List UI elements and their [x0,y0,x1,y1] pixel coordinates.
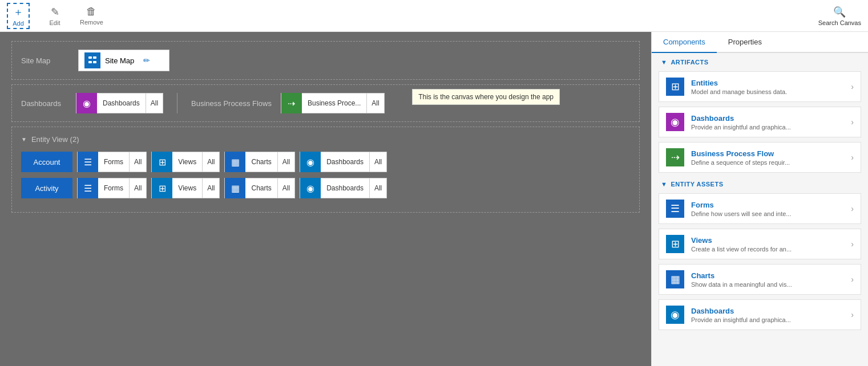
edit-button[interactable]: ✎ Edit [43,6,66,26]
panel-bpf-content: Business Process Flow Define a sequence … [691,149,844,166]
add-button[interactable]: ＋ Add [7,3,30,29]
account-dashboards-text: Dashboards [321,158,369,166]
main-content: This is the canvas where you design the … [0,32,868,366]
sitemap-icon [84,52,100,68]
account-row: Account ☰ Forms All ⊞ Views All ▦ Charts… [21,152,630,172]
search-icon: 🔍 [833,6,846,18]
tab-components[interactable]: Components [652,32,717,53]
activity-charts-all[interactable]: All [277,178,294,198]
sitemap-edit-icon[interactable]: ✏ [143,56,150,65]
panel-views-title: Views [691,236,844,245]
panel-ea-dashboards-content: Dashboards Provide an insightful and gra… [691,307,844,323]
add-icon: ＋ [13,5,23,19]
charts-icon: ▦ [225,152,245,172]
panel-charts-icon: ▦ [666,270,684,288]
panel-item-entities[interactable]: ⊞ Entities Model and manage business dat… [659,71,861,102]
bpf-icon: ⇢ [281,93,302,113]
panel-views-content: Views Create a list view of records for … [691,236,844,253]
activity-dashboards-text: Dashboards [321,184,369,192]
bpf-box[interactable]: ⇢ Business Proce... All [281,93,385,113]
activity-dashboards-all[interactable]: All [369,178,386,198]
panel-item-ea-dashboards[interactable]: ◉ Dashboards Provide an insightful and g… [659,299,861,330]
dashboards-icon: ◉ [76,93,97,113]
dashboards-label: Dashboards [21,99,67,108]
panel-item-bpf[interactable]: ⇢ Business Process Flow Define a sequenc… [659,142,861,173]
activity-forms-icon: ☰ [78,178,98,198]
edit-label: Edit [50,19,60,26]
panel-ea-dashboards-desc: Provide an insightful and graphica... [691,316,844,323]
dashboards-box[interactable]: ◉ Dashboards All [76,93,163,113]
remove-button[interactable]: 🗑 Remove [80,6,103,26]
entities-icon: ⊞ [666,78,684,96]
account-views-text: Views [172,158,202,166]
panel-bpf-chevron-icon: › [851,153,854,162]
views-icon: ⊞ [152,152,172,172]
activity-views-box[interactable]: ⊞ Views All [151,178,220,198]
activity-charts-icon: ▦ [225,178,245,198]
activity-views-all[interactable]: All [202,178,219,198]
activity-dashboards-box[interactable]: ◉ Dashboards All [300,178,387,198]
svg-rect-2 [88,61,92,63]
panel-dashboards-icon: ◉ [666,113,684,131]
account-dashboards-box[interactable]: ◉ Dashboards All [300,152,387,172]
canvas[interactable]: This is the canvas where you design the … [0,32,651,366]
panel-charts-content: Charts Show data in a meaningful and vis… [691,271,844,288]
tab-properties[interactable]: Properties [717,32,773,52]
account-forms-box[interactable]: ☰ Forms All [77,152,147,172]
svg-rect-0 [88,56,92,59]
activity-row: Activity ☰ Forms All ⊞ Views All ▦ Chart… [21,178,630,198]
activity-forms-box[interactable]: ☰ Forms All [77,178,147,198]
activity-forms-text: Forms [98,184,129,192]
panel-charts-chevron-icon: › [851,275,854,284]
panel-forms-icon: ☰ [666,200,684,218]
artifacts-label: ARTIFACTS [671,59,708,66]
panel-tabs: Components Properties [652,32,868,53]
account-charts-text: Charts [245,158,277,166]
remove-label: Remove [80,19,103,26]
bpf-label: Business Process Flows [191,99,272,108]
dashboards-all[interactable]: All [146,93,163,113]
account-charts-box[interactable]: ▦ Charts All [224,152,295,172]
edit-icon: ✎ [51,6,59,18]
account-views-all[interactable]: All [202,152,219,172]
panel-dashboards-content: Dashboards Provide an insightful and gra… [691,114,844,131]
account-forms-all[interactable]: All [129,152,146,172]
sitemap-box[interactable]: Site Map ✏ [78,50,169,71]
entity-section: ▼ Entity View (2) Account ☰ Forms All ⊞ … [11,127,640,213]
add-label: Add [13,20,24,27]
activity-forms-all[interactable]: All [129,178,146,198]
canvas-tooltip: This is the canvas where you design the … [412,89,560,105]
entity-header-label: Entity View (2) [31,135,79,144]
account-views-box[interactable]: ⊞ Views All [151,152,220,172]
activity-charts-box[interactable]: ▦ Charts All [224,178,295,198]
account-charts-all[interactable]: All [277,152,294,172]
artifacts-header: ▼ ARTIFACTS [652,53,868,69]
panel-dashboards-title: Dashboards [691,114,844,123]
activity-button[interactable]: Activity [21,178,72,198]
panel-item-charts[interactable]: ▦ Charts Show data in a meaningful and v… [659,264,861,295]
entity-assets-arrow-icon: ▼ [661,181,667,188]
panel-forms-title: Forms [691,201,844,209]
panel-item-forms[interactable]: ☰ Forms Define how users will see and in… [659,193,861,224]
dashboards-text: Dashboards [97,99,146,107]
entity-header[interactable]: ▼ Entity View (2) [21,135,630,144]
account-dashboards-all[interactable]: All [369,152,386,172]
panel-dashboards-desc: Provide an insightful and graphica... [691,124,844,131]
panel-item-views[interactable]: ⊞ Views Create a list view of records fo… [659,229,861,259]
entities-desc: Model and manage business data. [691,88,844,95]
bpf-all[interactable]: All [366,93,383,113]
panel-dashboards-chevron-icon: › [851,117,854,127]
dashboards-icon2: ◉ [300,152,321,172]
panel-forms-content: Forms Define how users will see and inte… [691,201,844,217]
account-button[interactable]: Account [21,152,72,172]
entities-content: Entities Model and manage business data. [691,79,844,95]
entity-arrow-icon: ▼ [21,136,27,143]
search-canvas-button[interactable]: 🔍 Search Canvas [818,6,861,26]
panel-bpf-icon: ⇢ [666,148,684,166]
svg-rect-3 [93,61,96,63]
panel-views-desc: Create a list view of records for an... [691,246,844,253]
panel-ea-dashboards-icon: ◉ [666,306,684,324]
right-panel: Components Properties ▼ ARTIFACTS ⊞ Enti… [651,32,868,366]
panel-item-dashboards[interactable]: ◉ Dashboards Provide an insightful and g… [659,107,861,137]
sitemap-label: Site Map [21,56,67,65]
